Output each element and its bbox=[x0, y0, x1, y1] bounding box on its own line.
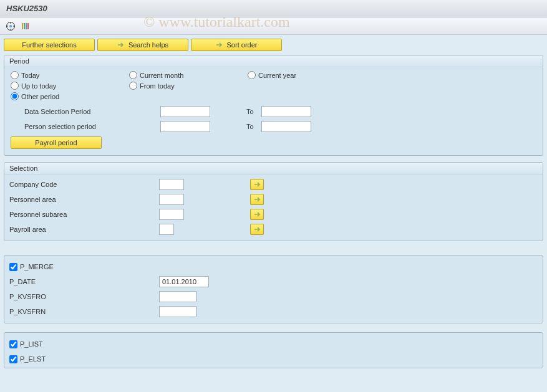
personnel-subarea-multi-icon[interactable] bbox=[250, 209, 264, 220]
radio-current-year-input[interactable] bbox=[248, 71, 256, 79]
p-merge-checkbox[interactable] bbox=[9, 263, 17, 271]
p-kvsfro-label: P_KVSFRO bbox=[9, 293, 159, 300]
personnel-area-input[interactable] bbox=[159, 194, 184, 205]
period-group: Period Today Current month Current year … bbox=[4, 55, 543, 156]
search-helps-label: Search helps bbox=[128, 41, 168, 49]
radio-other-period-label: Other period bbox=[21, 93, 59, 100]
variant-icon[interactable] bbox=[20, 21, 31, 32]
content-area: Further selections Search helps Sort ord… bbox=[0, 35, 547, 392]
selection-title: Selection bbox=[4, 163, 543, 174]
title-bar: HSKU2530 bbox=[0, 0, 547, 17]
execute-icon[interactable] bbox=[5, 21, 16, 32]
personnel-area-label: Personnel area bbox=[9, 196, 159, 203]
data-selection-label: Data Selection Period bbox=[24, 108, 160, 115]
p-list-label: P_LIST bbox=[20, 340, 43, 348]
radio-current-month-label: Current month bbox=[140, 72, 183, 79]
further-selections-label: Further selections bbox=[22, 41, 76, 49]
params1-group: P_MERGE P_DATE P_KVSFRO P_KVSFRN bbox=[4, 255, 543, 323]
radio-other-period[interactable]: Other period bbox=[11, 92, 129, 100]
p-kvsfro-input[interactable] bbox=[159, 291, 196, 302]
payroll-area-input[interactable] bbox=[159, 224, 174, 235]
radio-current-year[interactable]: Current year bbox=[248, 71, 366, 79]
p-date-label: P_DATE bbox=[9, 278, 159, 285]
selection-group: Selection Company Code Personnel area Pe… bbox=[4, 162, 543, 241]
period-title: Period bbox=[4, 55, 543, 67]
person-selection-label: Person selection period bbox=[24, 123, 160, 130]
arrow-right-icon bbox=[216, 42, 223, 48]
radio-current-month[interactable]: Current month bbox=[129, 71, 248, 79]
company-code-input[interactable] bbox=[159, 179, 184, 190]
data-selection-to-input[interactable] bbox=[261, 106, 311, 117]
company-code-label: Company Code bbox=[9, 181, 159, 188]
sort-order-button[interactable]: Sort order bbox=[191, 39, 282, 51]
further-selections-button[interactable]: Further selections bbox=[4, 39, 95, 51]
p-kvsfrn-label: P_KVSFRN bbox=[9, 308, 159, 315]
data-selection-to-label: To bbox=[246, 108, 254, 115]
svg-rect-7 bbox=[24, 23, 25, 29]
page-title: HSKU2530 bbox=[6, 4, 47, 13]
data-selection-from-input[interactable] bbox=[160, 106, 210, 117]
payroll-period-label: Payroll period bbox=[35, 139, 77, 146]
payroll-area-label: Payroll area bbox=[9, 226, 159, 233]
radio-other-period-input[interactable] bbox=[11, 92, 19, 100]
icon-toolbar: © www.tutorialkart.com bbox=[0, 17, 547, 35]
payroll-area-multi-icon[interactable] bbox=[250, 224, 264, 235]
top-button-row: Further selections Search helps Sort ord… bbox=[4, 39, 543, 51]
p-elst-checkbox[interactable] bbox=[9, 355, 17, 363]
p-kvsfrn-input[interactable] bbox=[159, 306, 196, 317]
arrow-right-icon bbox=[117, 42, 125, 48]
person-selection-from-input[interactable] bbox=[160, 121, 210, 132]
company-code-multi-icon[interactable] bbox=[250, 179, 264, 190]
p-merge-label: P_MERGE bbox=[20, 263, 54, 270]
radio-from-today[interactable]: From today bbox=[129, 82, 248, 90]
person-selection-to-label: To bbox=[246, 123, 254, 130]
p-date-input[interactable] bbox=[159, 276, 209, 287]
personnel-subarea-input[interactable] bbox=[159, 209, 184, 220]
radio-current-month-input[interactable] bbox=[129, 71, 137, 79]
radio-today-label: Today bbox=[21, 72, 39, 79]
radio-up-to-today[interactable]: Up to today bbox=[11, 82, 129, 90]
payroll-period-button[interactable]: Payroll period bbox=[11, 136, 102, 149]
svg-rect-6 bbox=[22, 23, 23, 29]
svg-rect-8 bbox=[26, 23, 27, 29]
radio-up-to-today-label: Up to today bbox=[21, 82, 56, 90]
personnel-subarea-label: Personnel subarea bbox=[9, 211, 159, 218]
radio-up-to-today-input[interactable] bbox=[11, 82, 19, 90]
search-helps-button[interactable]: Search helps bbox=[97, 39, 188, 51]
personnel-area-multi-icon[interactable] bbox=[250, 194, 264, 205]
radio-today[interactable]: Today bbox=[11, 71, 129, 79]
radio-from-today-input[interactable] bbox=[129, 82, 137, 90]
params2-group: P_LIST P_ELST bbox=[4, 332, 543, 368]
p-list-checkbox[interactable] bbox=[9, 340, 17, 348]
sort-order-label: Sort order bbox=[227, 41, 258, 49]
person-selection-to-input[interactable] bbox=[261, 121, 311, 132]
radio-from-today-label: From today bbox=[140, 82, 175, 90]
p-elst-label: P_ELST bbox=[20, 355, 46, 363]
svg-rect-9 bbox=[27, 23, 29, 29]
radio-current-year-label: Current year bbox=[258, 72, 296, 79]
radio-today-input[interactable] bbox=[11, 71, 19, 79]
svg-point-1 bbox=[9, 25, 12, 27]
